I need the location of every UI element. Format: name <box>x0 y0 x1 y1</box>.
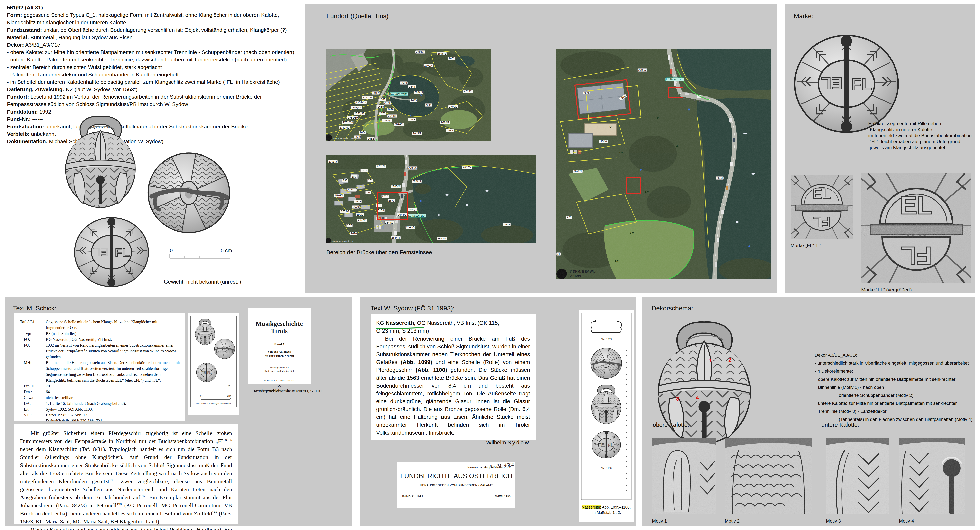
sydow-title: Text W. Sydow (FÖ 31 1993): <box>371 305 455 312</box>
fundort-title: Fundort (Quelle: Tiris) <box>326 13 388 20</box>
bell-top-view-drawing <box>66 116 135 207</box>
catalog-line: Dekor: A3/B1_A3/C1c <box>7 41 301 49</box>
parcel-number-label: 2703/2 <box>391 185 401 188</box>
parcel-number-label: 2668 <box>377 105 385 108</box>
parcel-number-label: 2045/1 <box>412 132 422 135</box>
schick-plate-box: 31 0 5cm Tafel 8: Schellen. Zeichnungen:… <box>188 314 239 415</box>
schick-title: Text M. Schick: <box>13 305 56 312</box>
parcel-number-label: 2644 <box>425 103 432 107</box>
parcel-number-label: 2682/7 <box>462 166 472 169</box>
parcel-number-label: 2701/2 <box>376 165 386 168</box>
parcel-number-label: 2751/54 <box>362 96 373 99</box>
catalog-line: Material: Buntmetall, Hängung laut Sydow… <box>7 34 301 41</box>
fundberichte-box: Innrain 52, A-6020 Innsbruck Jlu. M. 460… <box>397 463 515 508</box>
motif-4-image <box>899 438 965 514</box>
parcel-number-label: 2644 <box>408 85 416 88</box>
dekor-description-line: orientierte Schuppenbänder (Motiv 2) <box>815 392 977 399</box>
parcel-number-label: 2667 <box>379 98 386 101</box>
parcel-number-label: 2680/1 <box>440 121 450 124</box>
book-subtitle-line2: bis zur Frühen Neuzeit <box>265 354 294 357</box>
catalog-entry-row: FU:1992 im Verlauf von Renovierungsarbei… <box>20 342 180 360</box>
catalog-entry-row: Lit.:Sydow 1992: 569 Abb. 1100. <box>20 406 180 412</box>
book-series: SCHLERN-SCHRIFTEN 315 <box>248 379 311 382</box>
map-detail-graphic: © DKM: BEV-Wien © TIRIS <box>556 49 771 279</box>
parcel-number-label: 197 <box>342 179 348 182</box>
motif-number-2: 2 <box>728 357 731 363</box>
plate-number: 31 <box>228 385 231 388</box>
parcel-number-label: 2703/2 <box>638 68 647 72</box>
parcel-number-label: 2751/62 <box>339 126 350 129</box>
dekorschema-bell-drawing <box>652 317 756 449</box>
map-bridge-area: © DKM: BEV-Wien ©TIRIS 2703/32701/226762… <box>326 155 536 243</box>
catalog-entry-row: V.E.:Balzer 1998: 332 Abb. 17. <box>20 412 180 418</box>
highlighted-place-name: Nassereith: <box>582 505 601 509</box>
book-caption: Musikgeschichte Tirols 1 2000, S. 110 <box>254 389 321 393</box>
plate-scale-zero: 0 <box>200 395 202 397</box>
parcel-number-label: 2644/3 <box>394 123 404 126</box>
parcel-number-label: V <box>609 126 612 129</box>
parcel-number-label: 2703/5 <box>407 167 417 170</box>
parcel-number-label: 2751/55 <box>355 101 367 103</box>
schick-literature-text: Mit größter Sicherheit einem Pferdegesch… <box>14 424 238 524</box>
map-bridge-caption: Bereich der Brücke über den Fernsteinsee <box>326 249 432 256</box>
dekorschema-panel: Dekorschema: 1 2 3 4 Dekor A3/B1_A3/C1c:… <box>642 298 975 526</box>
motif-2-label: Motiv 2 <box>725 518 740 524</box>
parcel-number-label: 2703/3 <box>328 160 337 163</box>
parcel-number-label: 2671 <box>383 102 391 105</box>
marke-image-1to1 <box>791 175 853 239</box>
parcel-number-label: 2676 <box>361 169 368 172</box>
motif-3-label: Motiv 3 <box>826 518 841 524</box>
parcel-number-label: 2682/3 <box>412 180 422 183</box>
untere-kalotte-label: untere Kalotte: <box>821 422 859 428</box>
catalog-line: - zentraler Bereich durch seichten Wulst… <box>7 64 301 71</box>
scale-end-label: 5 cm <box>221 247 232 253</box>
parcel-number-label: 2688 <box>408 118 416 121</box>
motif-number-3: 3 <box>676 396 679 402</box>
fundort-panel: Fundort (Quelle: Tiris) <box>305 5 777 293</box>
catalog-line: Fundzustand: unklar, ob Oberfläche durch… <box>7 26 301 34</box>
schick-catalog-box: Taf. 8/31Gegossene Schelle mit einfachem… <box>14 314 185 421</box>
plate-caption: Tafel 8: Schellen. Zeichnungen: Michael … <box>196 403 232 404</box>
catalog-entry-row: FO:KG Nassereith, OG Nassereith, VB Imst… <box>20 336 180 342</box>
parcel-number-label: 2670 <box>379 112 386 115</box>
parcel-number-label: 202 <box>368 179 374 182</box>
parcel-number-label: 274 <box>366 191 371 194</box>
literature-paragraph-2: Weitere Exemplare sind aus dem süddeutsc… <box>20 525 232 530</box>
marke-description-line: - im Innenfeld zweimal die Buchstabenkom… <box>865 133 975 138</box>
sydow-plate-graphic: Abb. 1099 Abb. 1100 <box>579 310 633 503</box>
book-title-line1: Musikgeschichte <box>248 320 311 328</box>
publisher-logo-icon: ₩ <box>248 384 311 388</box>
schick-catalog-entries: Taf. 8/31Gegossene Schelle mit einfachem… <box>14 314 185 421</box>
parcel-number-label: Z <box>675 144 678 147</box>
parcel-number-label: 2684 <box>446 129 454 132</box>
fundberichte-band: BAND 31, 1992 <box>402 495 423 498</box>
map-kg-label: KG Nassereith <box>407 214 426 217</box>
parcel-number-label: 2650 <box>354 135 361 138</box>
book-title-line2: Tirols <box>248 328 311 335</box>
motif-4-label: Motiv 4 <box>899 518 914 524</box>
dekor-description-line: - 4 Dekorelemente: <box>815 367 977 375</box>
parcel-number-label: .199/2 <box>599 140 608 143</box>
parcel-number-label: 71 <box>556 253 561 256</box>
bell-bottom-view-drawing <box>75 218 148 287</box>
fundberichte-subtitle: HERAUSGEGEBEN VOM BUNDESDENKMALAMT <box>397 483 515 487</box>
marke-image-enlarged <box>861 173 971 283</box>
marke-description-line: “FL”, leicht erhaben auf planem Untergru… <box>865 138 975 145</box>
dekor-description-line: untere Kalotte: zur Mitte hin orientiert… <box>815 399 977 415</box>
parcel-number-label: 2703/3 <box>463 90 473 93</box>
map-overview-fernsteinsee: © DKM: BEV-Wien ©TIRIS 2701/12606/126022… <box>326 49 491 141</box>
parcel-number-label: 199/2 <box>356 213 364 216</box>
marke-panel: Marke: - Halbkreissegmente mit Rille neb… <box>785 5 975 293</box>
parcel-number-label: LN <box>629 232 634 235</box>
marke-description-line: - Halbkreissegmente mit Rille neben <box>865 121 975 127</box>
catalog-entry-row: Dm.:64. <box>20 389 180 395</box>
parcel-number-label: 2674/1 <box>347 189 356 192</box>
catalog-line: - untere Kalotte: Palmetten mit senkrech… <box>7 56 301 64</box>
map-kg-label: KG Nassereith <box>665 78 684 81</box>
catalog-entry-row: Taf. 8/31Gegossene Schelle mit einfachem… <box>20 319 180 331</box>
parcel-number-label: 200 <box>351 175 356 178</box>
obere-kalotte-label: obere Kalotte: <box>653 422 689 428</box>
parcel-number-label: 2676 <box>583 91 590 94</box>
catalog-entry-row: DA:1. Hälfte 16. Jahrhundert (nach Grabu… <box>20 401 180 406</box>
book-editors-line2: Kurt Drexel und Monika Fink <box>264 370 294 372</box>
